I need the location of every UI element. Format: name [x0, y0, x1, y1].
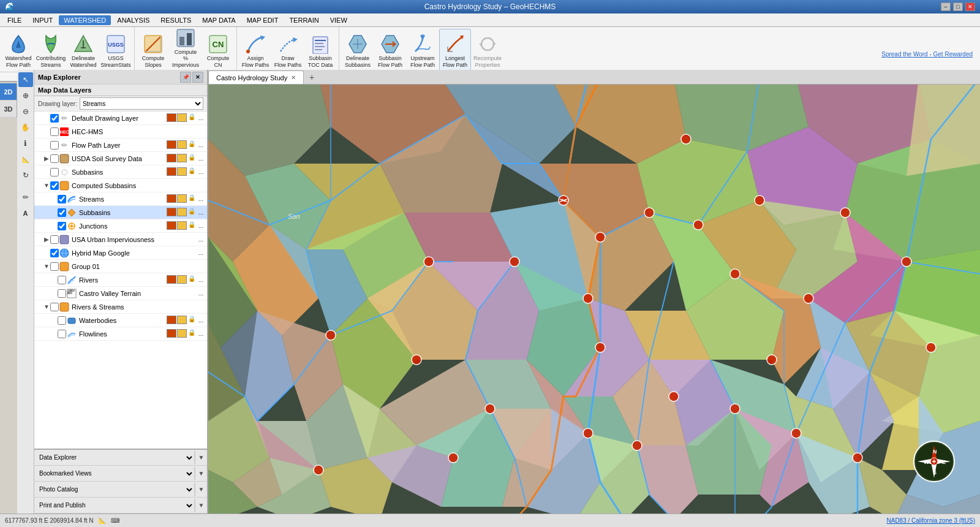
layer-expand-rivers-streams[interactable]: ▼	[43, 303, 50, 310]
layer-expand-usa-urban[interactable]: ▶	[43, 236, 50, 243]
layer-menu-btn-hybrid[interactable]: …	[196, 248, 206, 258]
layer-menu-btn-usa-urban[interactable]: …	[196, 235, 206, 245]
measure-tool-icon[interactable]: 📐	[99, 517, 106, 524]
delineate-subbasins-button[interactable]: DelineateSubbasins	[342, 29, 374, 70]
close-button[interactable]: ✕	[965, 2, 975, 11]
layer-check-computed[interactable]	[50, 181, 59, 190]
compute-impervious-button[interactable]: Compute %Impervious	[170, 29, 202, 70]
layer-menu-btn[interactable]: …	[196, 113, 206, 123]
menu-item-watershed[interactable]: WATERSHED	[59, 15, 111, 25]
layer-menu-btn-waterbodies[interactable]: …	[196, 316, 206, 325]
menu-item-file[interactable]: FILE	[2, 15, 26, 25]
window-controls[interactable]: – □ ✕	[941, 2, 975, 11]
view-2d-button[interactable]: 2D	[0, 83, 17, 100]
layer-row-subbasins-child[interactable]: Subbasins 🔒 …	[34, 206, 207, 219]
usgs-streamstats-button[interactable]: USGS USGSStreamStats	[100, 29, 132, 70]
zoom-in-tool[interactable]: ⊕	[18, 88, 33, 103]
layer-check-waterbodies[interactable]	[58, 316, 66, 325]
draw-tool[interactable]: ✏	[18, 190, 33, 205]
layer-expand-group01[interactable]: ▼	[43, 263, 50, 270]
map-area[interactable]: SanPablo Castro San Leandro San Lorenzo …	[208, 85, 980, 514]
maximize-button[interactable]: □	[953, 2, 963, 11]
layer-check-rivers-streams[interactable]	[50, 303, 59, 311]
compute-slopes-button[interactable]: ComputeSlopes	[137, 29, 169, 70]
layer-row-subbasins-root[interactable]: ⬡ Subbasins 🔒 …	[34, 165, 207, 179]
layer-check-subbasins-root[interactable]	[50, 168, 59, 176]
layer-check-usda[interactable]	[50, 154, 59, 163]
photo-catalog-arrow[interactable]: ▼	[195, 483, 207, 496]
draw-flow-paths-button[interactable]: DrawFlow Paths	[272, 29, 304, 70]
menu-item-map-data[interactable]: MAP DATA	[197, 15, 240, 25]
layer-row-default-drawing[interactable]: ✏ Default Drawing Layer 🔒 …	[34, 112, 207, 125]
layer-check-streams[interactable]	[58, 195, 66, 203]
layer-menu-btn-junctions[interactable]: …	[196, 221, 206, 231]
delineate-watershed-button[interactable]: DelineateWatershed	[67, 29, 99, 70]
layer-check-hybrid[interactable]	[50, 249, 59, 257]
print-publish-select[interactable]: Print and Publish	[34, 499, 195, 512]
layer-check-junctions[interactable]	[58, 222, 66, 230]
menu-item-analysis[interactable]: ANALYSIS	[112, 15, 154, 25]
layer-check-usa-urban[interactable]	[50, 235, 59, 244]
layer-menu-btn-streams[interactable]: …	[196, 194, 206, 204]
layer-row-hybrid-map[interactable]: Hybrid Map Google …	[34, 246, 207, 260]
layer-row-group01[interactable]: ▼ Group 01	[34, 260, 207, 273]
measure-tool[interactable]: 📐	[18, 152, 33, 167]
layer-menu-btn-rivers[interactable]: …	[196, 275, 206, 285]
layer-row-castro-valley[interactable]: Castro Valley Terrain …	[34, 287, 207, 300]
map-explorer-close-button[interactable]: ✕	[192, 72, 203, 83]
layer-check-group01[interactable]	[50, 262, 59, 271]
photo-catalog-select[interactable]: Photo Catalog	[34, 483, 195, 496]
layer-expand-usda[interactable]: ▶	[43, 155, 50, 162]
layer-check-default-drawing[interactable]	[50, 114, 59, 123]
layer-row-rivers[interactable]: Rivers 🔒 …	[34, 273, 207, 287]
layer-check-flow-path[interactable]	[50, 141, 59, 150]
compute-cn-button[interactable]: CN ComputeCN	[202, 29, 234, 70]
pan-tool[interactable]: ✋	[18, 120, 33, 135]
layer-row-computed-subbasins[interactable]: ▼ Computed Subbasins	[34, 179, 207, 192]
layer-row-flowlines[interactable]: Flowlines 🔒 …	[34, 327, 207, 341]
select-tool[interactable]: ↖	[18, 72, 33, 87]
layer-menu-btn-usda[interactable]: …	[196, 154, 206, 164]
layer-row-rivers-streams[interactable]: ▼ Rivers & Streams	[34, 300, 207, 314]
layer-check-hec-hms[interactable]	[50, 127, 59, 136]
view-3d-button[interactable]: 3D	[0, 100, 17, 118]
data-explorer-select[interactable]: Data Explorer	[34, 451, 195, 464]
layer-row-flow-path[interactable]: ✏ Flow Path Layer 🔒 …	[34, 138, 207, 152]
data-explorer-arrow[interactable]: ▼	[195, 451, 207, 464]
spread-word-link[interactable]: Spread the Word - Get Rewarded	[881, 51, 973, 58]
subbasin-flow-path-button[interactable]: SubbasinFlow Path	[374, 29, 406, 70]
rotate-tool[interactable]: ↻	[18, 168, 33, 183]
map-tab-add[interactable]: +	[305, 70, 318, 84]
minimize-button[interactable]: –	[941, 2, 951, 11]
map-tab-close[interactable]: ✕	[291, 74, 296, 81]
layer-row-junctions[interactable]: Junctions 🔒 …	[34, 219, 207, 233]
identify-tool[interactable]: ℹ	[18, 136, 33, 151]
layer-menu-btn-flowlines[interactable]: …	[196, 329, 206, 339]
watershed-flow-path-button[interactable]: WatershedFlow Path	[2, 29, 34, 70]
layer-check-subbasins-child[interactable]	[58, 208, 66, 217]
upstream-flow-path-button[interactable]: UpstreamFlow Path	[407, 29, 439, 70]
zoom-out-tool[interactable]: ⊖	[18, 104, 33, 119]
menu-item-results[interactable]: RESULTS	[156, 15, 196, 25]
menu-item-terrain[interactable]: TERRAIN	[284, 15, 323, 25]
layer-row-usda-soil[interactable]: ▶ USDA Soil Survey Data 🔒 …	[34, 152, 207, 165]
subbasin-toc-data-button[interactable]: SubbasinTOC Data	[304, 29, 336, 70]
bookmarked-views-arrow[interactable]: ▼	[195, 467, 207, 480]
layer-row-waterbodies[interactable]: Waterbodies 🔒 …	[34, 314, 207, 327]
layer-check-castro-valley[interactable]	[58, 289, 66, 298]
layer-menu-btn-subbasins-root[interactable]: …	[196, 167, 206, 177]
layer-check-flowlines[interactable]	[58, 330, 66, 338]
menu-item-view[interactable]: VIEW	[325, 15, 352, 25]
bookmarked-views-select[interactable]: Bookmarked Views	[34, 467, 195, 480]
layer-row-streams[interactable]: Streams 🔒 …	[34, 192, 207, 206]
recompute-properties-button[interactable]: RecomputeProperties	[472, 29, 503, 70]
annotate-tool[interactable]: A	[18, 206, 33, 221]
menu-item-input[interactable]: INPUT	[28, 15, 58, 25]
coordinate-input-icon[interactable]: ⌨	[111, 517, 119, 524]
menu-item-map-edit[interactable]: MAP EDIT	[242, 15, 284, 25]
layer-expand-computed[interactable]: ▼	[43, 182, 50, 189]
assign-flow-paths-button[interactable]: AssignFlow Paths	[239, 29, 271, 70]
layer-menu-btn-subbasins-child[interactable]: …	[196, 208, 206, 218]
layer-menu-btn2[interactable]: …	[196, 140, 206, 150]
contributing-streams-button[interactable]: ContributingStreams	[35, 29, 67, 70]
